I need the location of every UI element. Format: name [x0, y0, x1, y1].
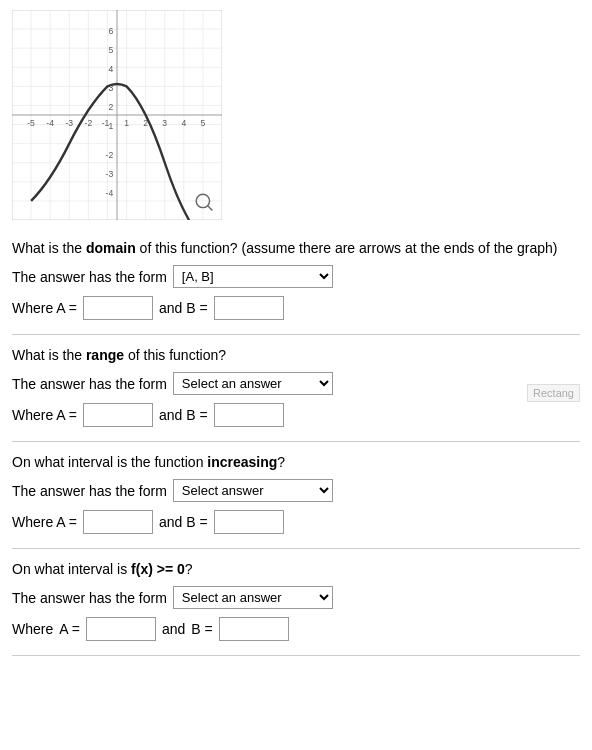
domain-question-text-1: What is the [12, 240, 86, 256]
range-answer-select[interactable]: Select an answer [A, B] (A, B) [A, B) (A… [173, 372, 333, 395]
fx-answer-select[interactable]: Select an answer [A, B] (A, B) [A, B) (A… [173, 586, 333, 609]
range-question: What is the range of this function? [12, 345, 580, 366]
fx-section: On what interval is f(x) >= 0? The answe… [12, 559, 580, 656]
range-question-text-1: What is the [12, 347, 86, 363]
domain-a-input[interactable] [83, 296, 153, 320]
svg-text:-5: -5 [27, 118, 35, 128]
range-section: What is the range of this function? The … [12, 345, 580, 442]
fx-b-label: B = [191, 621, 212, 637]
fx-answer-form-row: The answer has the form Select an answer… [12, 586, 580, 609]
domain-answer-select[interactable]: [A, B] (A, B) [A, B) (A, B] (-∞, ∞) [173, 265, 333, 288]
domain-where-label: Where A = [12, 300, 77, 316]
svg-text:2: 2 [108, 102, 113, 112]
fx-a-input[interactable] [86, 617, 156, 641]
range-answer-form-label: The answer has the form [12, 376, 167, 392]
increasing-answer-form-label: The answer has the form [12, 483, 167, 499]
increasing-question: On what interval is the function increas… [12, 452, 580, 473]
svg-text:6: 6 [108, 26, 113, 36]
range-b-input[interactable] [214, 403, 284, 427]
svg-text:3: 3 [162, 118, 167, 128]
svg-text:5: 5 [108, 45, 113, 55]
range-answer-form-row: The answer has the form Select an answer… [12, 372, 580, 395]
fx-question-text-1: On what interval is [12, 561, 131, 577]
svg-text:-4: -4 [106, 188, 114, 198]
increasing-answer-select[interactable]: Select answer [A, B] (A, B) [A, B) (A, B… [173, 479, 333, 502]
rectangle-hint: Rectang [527, 384, 580, 402]
range-where-label: Where A = [12, 407, 77, 423]
fx-question-text-2: ? [185, 561, 193, 577]
range-and-label: and B = [159, 407, 208, 423]
svg-text:-4: -4 [46, 118, 54, 128]
domain-where-row: Where A = and B = [12, 296, 580, 320]
svg-text:5: 5 [201, 118, 206, 128]
increasing-answer-form-row: The answer has the form Select answer [A… [12, 479, 580, 502]
svg-text:-3: -3 [65, 118, 73, 128]
graph-container: -5 -4 -3 -2 -1 1 2 3 4 5 6 5 4 3 2 1 -2 … [12, 10, 222, 220]
svg-text:-3: -3 [106, 169, 114, 179]
domain-b-input[interactable] [214, 296, 284, 320]
fx-where-label: Where [12, 621, 53, 637]
increasing-bold: increasing [207, 454, 277, 470]
fx-and-label: and [162, 621, 185, 637]
fx-bold: f(x) >= 0 [131, 561, 185, 577]
svg-text:4: 4 [108, 64, 113, 74]
fx-question: On what interval is f(x) >= 0? [12, 559, 580, 580]
domain-question-text-2: of this function? (assume there are arro… [136, 240, 558, 256]
svg-text:4: 4 [181, 118, 186, 128]
range-question-text-2: of this function? [124, 347, 226, 363]
increasing-and-label: and B = [159, 514, 208, 530]
domain-section: What is the domain of this function? (as… [12, 238, 580, 335]
range-where-row: Where A = and B = Rectang [12, 403, 580, 427]
domain-question: What is the domain of this function? (as… [12, 238, 580, 259]
increasing-question-text-1: On what interval is the function [12, 454, 207, 470]
domain-bold: domain [86, 240, 136, 256]
range-bold: range [86, 347, 124, 363]
domain-answer-form-label: The answer has the form [12, 269, 167, 285]
svg-text:1: 1 [108, 121, 113, 131]
function-graph: -5 -4 -3 -2 -1 1 2 3 4 5 6 5 4 3 2 1 -2 … [12, 10, 222, 220]
fx-answer-form-label: The answer has the form [12, 590, 167, 606]
increasing-question-text-2: ? [277, 454, 285, 470]
increasing-b-input[interactable] [214, 510, 284, 534]
svg-text:-2: -2 [85, 118, 93, 128]
increasing-a-input[interactable] [83, 510, 153, 534]
domain-answer-form-row: The answer has the form [A, B] (A, B) [A… [12, 265, 580, 288]
svg-text:-2: -2 [106, 150, 114, 160]
increasing-where-label: Where A = [12, 514, 77, 530]
svg-text:1: 1 [124, 118, 129, 128]
increasing-section: On what interval is the function increas… [12, 452, 580, 549]
fx-where-row: Where A = and B = [12, 617, 580, 641]
increasing-where-row: Where A = and B = [12, 510, 580, 534]
fx-b-input[interactable] [219, 617, 289, 641]
domain-and-label: and B = [159, 300, 208, 316]
fx-a-label: A = [59, 621, 80, 637]
range-a-input[interactable] [83, 403, 153, 427]
